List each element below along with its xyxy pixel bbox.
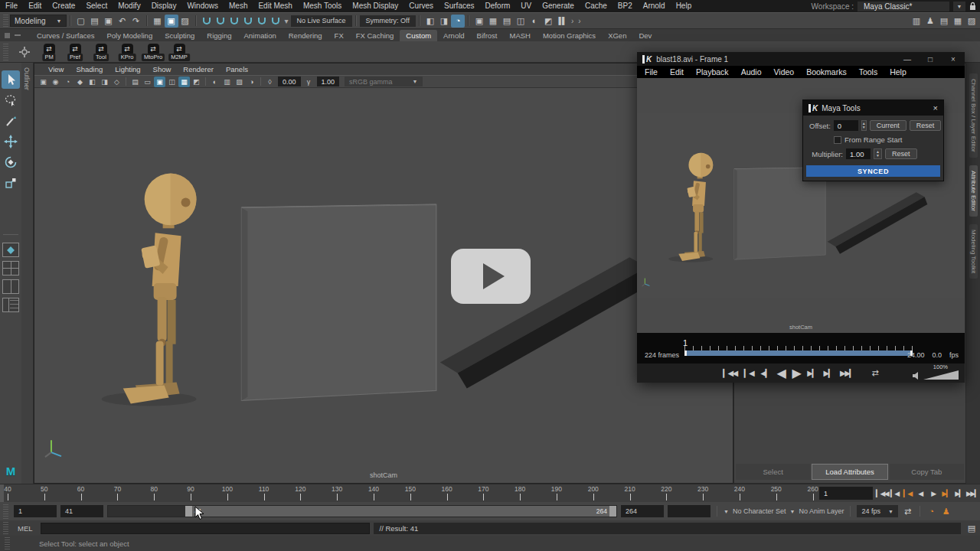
player-menu-item[interactable]: Tools (853, 66, 884, 78)
player-menu-item[interactable]: Audio (735, 66, 768, 78)
rotate-tool-button[interactable] (2, 153, 20, 171)
chevron-down-icon[interactable]: ▼ (724, 509, 729, 514)
shelf-tab[interactable]: Rigging (201, 30, 237, 41)
player-menu-item[interactable]: File (639, 66, 664, 78)
menubar-item[interactable]: Mesh Display (347, 0, 403, 12)
fps-dropdown[interactable]: 24 fps ▼ (857, 505, 897, 517)
symmetry-field[interactable]: Symmetry: Off (360, 15, 416, 27)
animation-preferences-icon[interactable]: ◔ (926, 507, 936, 516)
image-plane-icon[interactable]: ◧ (87, 77, 98, 87)
menubar-item[interactable]: Cache (580, 0, 612, 12)
shelf-tab[interactable]: FX (328, 30, 350, 41)
maya-tools-titlebar[interactable]: K Maya Tools × (803, 100, 943, 116)
play-forwards-button[interactable]: ▶ (927, 490, 939, 497)
menubar-item[interactable]: Arnold (638, 0, 671, 12)
volume-slider[interactable] (923, 370, 959, 380)
bookmark-icon[interactable]: ◆ (74, 77, 86, 87)
menubar-item[interactable]: Surfaces (439, 0, 479, 12)
script-editor-icon[interactable]: ▤ (965, 522, 978, 535)
player-menu-item[interactable]: Video (767, 66, 800, 78)
shelf-button[interactable]: ⇄ Tool (91, 42, 111, 62)
loop-toggle-icon[interactable]: ⇄ (872, 369, 879, 377)
menubar-item[interactable]: Help (671, 0, 697, 12)
attribute-editor-button[interactable]: Select (736, 464, 810, 480)
playback-start-field[interactable]: 41 (60, 505, 103, 517)
save-scene-icon[interactable]: ▣ (102, 15, 116, 28)
camera-attributes-icon[interactable]: ◔ (62, 77, 74, 87)
multiplier-field[interactable]: 1.00 (846, 148, 871, 159)
construction-history-icon[interactable]: ◔ (451, 15, 465, 28)
menubar-item[interactable]: File (0, 0, 23, 12)
new-scene-icon[interactable]: ▢ (74, 15, 88, 28)
play-backwards-button[interactable]: ◀ (915, 490, 926, 497)
shelf-tab[interactable]: Arnold (437, 30, 470, 41)
textured-icon[interactable]: ▣ (154, 77, 165, 87)
player-menu-item[interactable]: Playback (690, 66, 735, 78)
exposure-icon[interactable]: ◊ (264, 77, 276, 87)
field-chart-icon[interactable]: ▥ (221, 77, 233, 87)
shelf-gear-icon[interactable] (18, 46, 31, 58)
step-forward-button[interactable]: ▶▎ (807, 370, 816, 377)
sidebar-tab[interactable]: Channel Box / Layer Editor (969, 73, 978, 158)
expand-right-icon[interactable]: › (576, 17, 583, 25)
undo-icon[interactable]: ↶ (116, 15, 129, 28)
shadows-icon[interactable]: ▦ (178, 77, 190, 87)
menubar-item[interactable]: Create (47, 0, 80, 12)
offset-reset-button[interactable]: Reset (910, 120, 942, 131)
range-grip[interactable] (3, 504, 8, 519)
video-play-button[interactable] (451, 249, 531, 304)
offset-spinner[interactable]: ▲▼ (861, 120, 867, 131)
next-bookmark-button[interactable]: ▶▎ (824, 370, 833, 377)
layout-outliner-persp-button[interactable] (2, 298, 19, 312)
player-menu-item[interactable]: Edit (664, 66, 690, 78)
command-grip[interactable] (3, 522, 8, 534)
shaded-icon[interactable]: ▭ (142, 77, 153, 87)
statusline-grip[interactable] (3, 15, 8, 27)
ipr-render-icon[interactable]: ▦ (486, 15, 500, 28)
range-slider-bar[interactable]: 41 264 (185, 506, 616, 517)
workspace-value[interactable]: Maya Classic* (858, 2, 949, 11)
maximize-button[interactable]: □ (919, 52, 942, 66)
mel-input[interactable] (41, 523, 370, 534)
tool-settings-toggle-icon[interactable]: ▦ (951, 15, 965, 28)
shelf-grip[interactable] (3, 43, 8, 60)
go-to-end-button[interactable]: ▶▶▎ (840, 370, 854, 377)
shelf-tab[interactable]: MASH (504, 30, 537, 41)
resolution-gate-icon[interactable]: ▨ (234, 77, 245, 87)
step-forward-frame-button[interactable]: ▶▎ (940, 490, 952, 497)
menubar-item[interactable]: Select (80, 0, 113, 12)
shelf-button[interactable]: ⇄ PM (39, 42, 59, 62)
range-end-handle[interactable] (609, 506, 616, 517)
shelf-tab[interactable]: Bifrost (471, 30, 504, 41)
menubar-item[interactable]: Modify (113, 0, 145, 12)
light-editor-icon[interactable]: ◐ (528, 15, 541, 28)
render-settings-icon[interactable]: ▤ (500, 15, 514, 28)
select-component-icon[interactable]: ▨ (178, 15, 192, 28)
snap-point-icon[interactable] (230, 18, 238, 24)
menubar-item[interactable]: UV (515, 0, 537, 12)
sidebar-tab[interactable]: Modeling Toolkit (969, 224, 978, 279)
layout-two-pane-button[interactable] (2, 279, 19, 294)
current-button[interactable]: Current (870, 120, 906, 131)
shelf-tab[interactable]: Sculpting (158, 30, 201, 41)
synced-button[interactable]: SYNCED (806, 165, 940, 177)
snap-live-surface-icon[interactable] (272, 18, 279, 24)
menubar-item[interactable]: Deform (480, 0, 516, 12)
play-forward-button[interactable]: ▶ (792, 367, 800, 380)
shelf-button[interactable]: ⇄ MtoPro (143, 42, 163, 62)
close-button[interactable]: × (942, 52, 965, 66)
shelf-tab[interactable]: Rendering (283, 30, 328, 41)
player-menu-item[interactable]: Help (884, 66, 913, 78)
workspace-lock-icon[interactable] (969, 2, 976, 11)
expand-right-icon[interactable]: › (569, 17, 576, 25)
exposure-field[interactable]: 0.00 (278, 77, 301, 86)
shelf-tab[interactable]: XGen (602, 30, 632, 41)
menubar-item[interactable]: Edit Mesh (253, 0, 297, 12)
viewport-menu-item[interactable]: Renderer (177, 64, 220, 75)
render-current-frame-icon[interactable]: ▣ (472, 15, 486, 28)
step-forward-key-button[interactable]: ▶▎ (953, 490, 965, 497)
range-start-handle[interactable] (185, 506, 192, 517)
gate-mask-icon[interactable]: ◑ (246, 77, 257, 87)
shelf-tab[interactable]: FX Caching (350, 30, 400, 41)
shelf-tabs-toggle-icon[interactable] (5, 33, 10, 38)
